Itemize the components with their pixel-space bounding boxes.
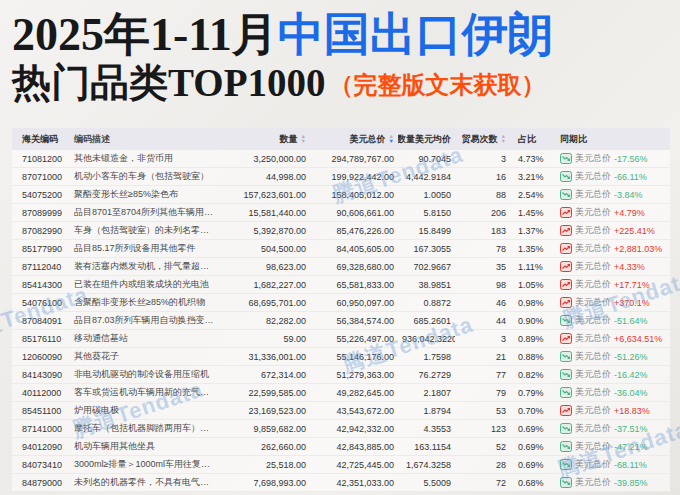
cell-trade-count: 3 bbox=[455, 154, 510, 164]
column-header-qty[interactable]: 数量▲▼ bbox=[218, 133, 310, 146]
yoy-metric-label: 美元总价 bbox=[575, 404, 611, 417]
cell-avg-usd-price: 163.1154 bbox=[398, 442, 455, 452]
table-row: 85414300已装在组件内或组装成块的光电池1,682,227.0065,58… bbox=[12, 276, 670, 294]
cell-description: 其他葵花子 bbox=[70, 350, 218, 363]
cell-avg-usd-price: 4.3553 bbox=[398, 424, 455, 434]
table-row: 54075200聚酯变形长丝≥85%染色布157,623,601.00158,4… bbox=[12, 186, 670, 204]
cell-trade-count: 88 bbox=[455, 190, 510, 200]
cell-quantity: 262,660.00 bbox=[218, 442, 310, 452]
cell-avg-usd-price: 76.2729 bbox=[398, 370, 455, 380]
cell-usd-total: 42,351,033.00 bbox=[310, 478, 398, 488]
column-header-yoy: 同期比 bbox=[548, 133, 670, 146]
trend-up-icon bbox=[560, 261, 572, 272]
sort-icon[interactable]: ▲▼ bbox=[301, 134, 306, 144]
cell-avg-usd-price: 38.9851 bbox=[398, 280, 455, 290]
cell-quantity: 15,581,440.00 bbox=[218, 208, 310, 218]
cell-trade-count: 183 bbox=[455, 226, 510, 236]
cell-usd-total: 42,843,885.00 bbox=[310, 442, 398, 452]
cell-hs-code: 54075200 bbox=[12, 190, 70, 200]
cell-trade-count: 3 bbox=[455, 334, 510, 344]
cell-yoy: 美元总价+17.71% bbox=[548, 278, 670, 291]
cell-description: 品目85.17所列设备用其他零件 bbox=[70, 242, 218, 255]
trend-down-icon bbox=[560, 369, 572, 380]
yoy-metric-label: 美元总价 bbox=[575, 188, 611, 201]
cell-share-percent: 0.69% bbox=[510, 442, 548, 452]
cell-hs-code: 87084091 bbox=[12, 316, 70, 326]
cell-share-percent: 0.90% bbox=[510, 316, 548, 326]
table-header-row: 海关编码编码描述数量▲▼美元总价▲▼数量美元均价贸易次数▲▼占比同期比 bbox=[12, 128, 670, 150]
cell-hs-code: 85451100 bbox=[12, 406, 70, 416]
cell-quantity: 68,695,701.00 bbox=[218, 298, 310, 308]
trend-up-icon bbox=[560, 279, 572, 290]
cell-trade-count: 77 bbox=[455, 370, 510, 380]
cell-trade-count: 79 bbox=[455, 388, 510, 398]
sort-icon[interactable]: ▲▼ bbox=[501, 134, 506, 144]
cell-usd-total: 90,606,661.00 bbox=[310, 208, 398, 218]
cell-description: 非电动机驱动的制冷设备用压缩机 bbox=[70, 368, 218, 381]
column-header-label: 编码描述 bbox=[74, 133, 110, 146]
cell-hs-code: 40112000 bbox=[12, 388, 70, 398]
cell-share-percent: 1.11% bbox=[510, 262, 548, 272]
column-header-label: 贸易次数 bbox=[462, 133, 498, 146]
cell-share-percent: 0.69% bbox=[510, 424, 548, 434]
cell-avg-usd-price: 15.8499 bbox=[398, 226, 455, 236]
cell-yoy: 美元总价+4.33% bbox=[548, 260, 670, 273]
cell-yoy: 美元总价-66.11% bbox=[548, 170, 670, 183]
cell-quantity: 23,169,523.00 bbox=[218, 406, 310, 416]
cell-avg-usd-price: 936,042.3220 bbox=[398, 334, 455, 344]
cell-description: 机动车辆用其他坐具 bbox=[70, 440, 218, 453]
cell-description: 含聚酯非变形长丝≥85%的机织物 bbox=[70, 296, 218, 309]
column-header-count[interactable]: 贸易次数▲▼ bbox=[455, 133, 510, 146]
cell-hs-code: 85177990 bbox=[12, 244, 70, 254]
trend-down-icon bbox=[560, 315, 572, 326]
yoy-percent-value: -16.42% bbox=[614, 370, 648, 380]
cell-share-percent: 0.88% bbox=[510, 352, 548, 362]
cell-quantity: 3,250,000.00 bbox=[218, 154, 310, 164]
cell-trade-count: 46 bbox=[455, 298, 510, 308]
sort-icon[interactable]: ▲▼ bbox=[389, 134, 394, 144]
cell-quantity: 98,623.00 bbox=[218, 262, 310, 272]
cell-usd-total: 69,328,680.00 bbox=[310, 262, 398, 272]
cell-description: 品目8701至8704所列其他车辆用未列名零、附件 bbox=[70, 206, 218, 219]
cell-hs-code: 94012090 bbox=[12, 442, 70, 452]
table-row: 84143090非电动机驱动的制冷设备用压缩机672,314.0051,279,… bbox=[12, 366, 670, 384]
cell-usd-total: 43,543,672.00 bbox=[310, 406, 398, 416]
yoy-percent-value: +370.1% bbox=[614, 298, 650, 308]
cell-quantity: 5,392,870.00 bbox=[218, 226, 310, 236]
title-line1: 2025年1-11月中国出口伊朗 bbox=[12, 10, 680, 60]
cell-trade-count: 28 bbox=[455, 460, 510, 470]
yoy-metric-label: 美元总价 bbox=[575, 314, 611, 327]
cell-usd-total: 42,725,445.00 bbox=[310, 460, 398, 470]
cell-trade-count: 44 bbox=[455, 316, 510, 326]
cell-usd-total: 56,384,574.00 bbox=[310, 316, 398, 326]
yoy-metric-label: 美元总价 bbox=[575, 350, 611, 363]
table-row: 87141000摩托车（包括机器脚踏两用车）用零件、附件9,859,682.00… bbox=[12, 420, 670, 438]
cell-yoy: 美元总价-36.04% bbox=[548, 386, 670, 399]
yoy-metric-label: 美元总价 bbox=[575, 386, 611, 399]
cell-yoy: 美元总价-3.84% bbox=[548, 188, 670, 201]
yoy-percent-value: -51.64% bbox=[614, 316, 648, 326]
column-header-usd[interactable]: 美元总价▲▼ bbox=[310, 133, 398, 146]
yoy-percent-value: -68.11% bbox=[614, 460, 647, 470]
cell-quantity: 504,500.00 bbox=[218, 244, 310, 254]
cell-hs-code: 87112040 bbox=[12, 262, 70, 272]
column-header-label: 同期比 bbox=[560, 133, 587, 146]
yoy-percent-value: -17.56% bbox=[614, 154, 648, 164]
cell-usd-total: 84,405,605.00 bbox=[310, 244, 398, 254]
yoy-metric-label: 美元总价 bbox=[575, 458, 611, 471]
cell-description: 品目87.03所列车辆用自动换挡变速箱及其零件 bbox=[70, 314, 218, 327]
yoy-percent-value: -3.84% bbox=[614, 190, 643, 200]
cell-usd-total: 294,789,767.00 bbox=[310, 154, 398, 164]
yoy-percent-value: -47.21% bbox=[614, 442, 648, 452]
trend-down-icon bbox=[560, 459, 572, 470]
column-header-label: 海关编码 bbox=[22, 133, 58, 146]
cell-share-percent: 3.21% bbox=[510, 172, 548, 182]
cell-trade-count: 53 bbox=[455, 406, 510, 416]
cell-yoy: 美元总价-17.56% bbox=[548, 152, 670, 165]
table-row: 87082990车身（包括驾驶室）的未列名零件、附件5,392,870.0085… bbox=[12, 222, 670, 240]
cell-quantity: 31,336,001.00 bbox=[218, 352, 310, 362]
cell-trade-count: 72 bbox=[455, 478, 510, 488]
cell-hs-code: 84073410 bbox=[12, 460, 70, 470]
cell-quantity: 1,682,227.00 bbox=[218, 280, 310, 290]
cell-yoy: 美元总价+225.41% bbox=[548, 224, 670, 237]
